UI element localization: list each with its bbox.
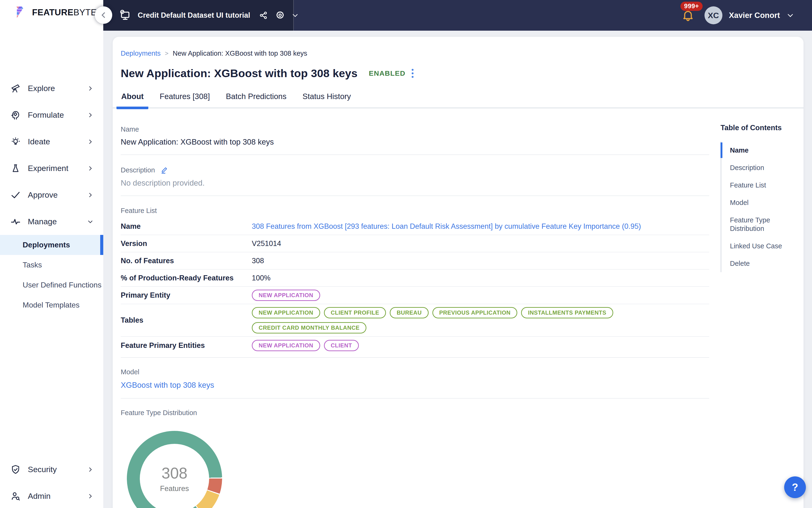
sidebar-item-manage[interactable]: Manage	[0, 208, 103, 235]
description-section: Description No description provided.	[121, 166, 709, 196]
sidebar-item-ideate[interactable]: Ideate	[0, 128, 103, 155]
project-selector[interactable]: Credit Default Dataset UI tutorial	[103, 0, 294, 31]
model-section-label: Model	[121, 368, 709, 376]
tab-status-history[interactable]: Status History	[298, 92, 356, 109]
table-row: Primary Entity NEW APPLICATION	[121, 287, 709, 304]
topbar-right: 999+ XC Xavier Conort	[681, 0, 794, 31]
telescope-icon	[9, 83, 22, 94]
sub-item-label: Tasks	[22, 261, 42, 269]
kebab-menu-icon[interactable]	[412, 69, 413, 78]
row-label: % of Production-Ready Features	[121, 274, 252, 282]
sidebar-collapse-button[interactable]	[95, 6, 112, 24]
chevron-right-icon	[87, 192, 93, 198]
sidebar-item-security[interactable]: Security	[0, 456, 103, 483]
featurebyte-logo-text: FEATUREBYTE	[32, 7, 97, 17]
table-pill[interactable]: BUREAU	[390, 307, 428, 319]
feature-type-chart: 308 Features FLOAT 263	[121, 431, 709, 508]
chevron-down-icon[interactable]	[291, 12, 299, 19]
row-label: No. of Features	[121, 257, 252, 265]
tab-features[interactable]: Features [308]	[155, 92, 215, 109]
table-pill[interactable]: NEW APPLICATION	[252, 307, 320, 319]
sidebar-item-admin[interactable]: Admin	[0, 483, 103, 508]
head-gear-icon	[9, 110, 22, 121]
chevron-down-icon[interactable]	[786, 11, 794, 19]
sidebar-item-approve[interactable]: Approve	[0, 182, 103, 208]
table-row: Version V251014	[121, 235, 709, 252]
entity-pill[interactable]: CLIENT	[324, 340, 359, 351]
featurebyte-logo: FEATUREBYTE	[14, 5, 97, 20]
shield-check-icon	[9, 464, 22, 475]
share-icon[interactable]	[259, 10, 269, 20]
breadcrumb: Deployments > New Application: XGBoost w…	[121, 49, 804, 57]
name-section: Name New Application: XGBoost with top 3…	[121, 125, 709, 155]
status-badge: ENABLED	[369, 69, 406, 77]
sub-item-label: Deployments	[22, 241, 70, 249]
sidebar: FEATUREBYTE Explore Formulate	[0, 0, 103, 508]
chevron-right-icon	[87, 139, 93, 145]
notifications-bell[interactable]: 999+	[681, 9, 694, 22]
sidebar-item-label: Admin	[28, 492, 87, 501]
sidebar-item-formulate[interactable]: Formulate	[0, 102, 103, 128]
sidebar-item-experiment[interactable]: Experiment	[0, 155, 103, 182]
page-background: Deployments > New Application: XGBoost w…	[103, 31, 812, 508]
notification-badge: 999+	[680, 2, 703, 11]
toc-item-feature-list[interactable]: Feature List	[721, 176, 785, 194]
check-icon	[9, 189, 22, 201]
toc-item-name[interactable]: Name	[721, 141, 785, 159]
main-content: Name New Application: XGBoost with top 3…	[121, 109, 709, 508]
toc-item-delete[interactable]: Delete	[721, 255, 785, 272]
help-button[interactable]: ?	[784, 476, 806, 498]
toc-item-feature-type-distribution[interactable]: Feature Type Distribution	[721, 211, 785, 237]
row-value: V251014	[252, 239, 281, 248]
donut-center-label: Features	[160, 484, 189, 493]
table-pill[interactable]: PREVIOUS APPLICATION	[433, 307, 517, 319]
feature-list-name-link[interactable]: 308 Features from XGBoost [293 features:…	[252, 222, 641, 231]
tab-about[interactable]: About	[117, 92, 148, 109]
feature-list-section-label: Feature List	[121, 207, 709, 215]
entity-pill[interactable]: NEW APPLICATION	[252, 290, 320, 301]
entity-pill[interactable]: NEW APPLICATION	[252, 340, 320, 351]
avatar[interactable]: XC	[705, 6, 722, 24]
table-pill[interactable]: CLIENT PROFILE	[324, 307, 386, 319]
row-label: Feature Primary Entities	[121, 341, 252, 350]
sidebar-item-deployments[interactable]: Deployments	[0, 235, 103, 255]
donut-center-value: 308	[162, 464, 187, 482]
sidebar-item-label: Explore	[28, 84, 87, 93]
sidebar-item-user-defined-functions[interactable]: User Defined Functions	[0, 275, 103, 295]
sidebar-item-explore[interactable]: Explore	[0, 75, 103, 102]
edit-description-icon[interactable]	[160, 166, 169, 174]
sidebar-item-tasks[interactable]: Tasks	[0, 255, 103, 275]
sidebar-item-label: Formulate	[28, 111, 87, 120]
sidebar-item-model-templates[interactable]: Model Templates	[0, 295, 103, 315]
featurebyte-logo-icon	[14, 5, 28, 20]
feature-type-donut: 308 Features	[127, 431, 222, 508]
project-name: Credit Default Dataset UI tutorial	[138, 11, 250, 19]
sidebar-item-label: Security	[28, 465, 87, 474]
user-name[interactable]: Xavier Conort	[729, 11, 780, 20]
row-label: Primary Entity	[121, 291, 252, 299]
breadcrumb-current: New Application: XGBoost with top 308 ke…	[173, 49, 307, 57]
toc-item-linked-use-case[interactable]: Linked Use Case	[721, 237, 785, 255]
model-link[interactable]: XGBoost with top 308 keys	[121, 381, 709, 390]
sidebar-item-label: Ideate	[28, 137, 87, 146]
table-row: % of Production-Ready Features 100%	[121, 269, 709, 287]
breadcrumb-separator: >	[165, 50, 168, 57]
description-section-value: No description provided.	[121, 178, 709, 187]
table-pill[interactable]: INSTALLMENTS PAYMENTS	[521, 307, 613, 319]
tab-batch-predictions[interactable]: Batch Predictions	[221, 92, 291, 109]
toc-item-description[interactable]: Description	[721, 159, 785, 176]
title-row: New Application: XGBoost with top 308 ke…	[121, 67, 804, 80]
page-title: New Application: XGBoost with top 308 ke…	[121, 67, 357, 80]
chevron-right-icon	[87, 85, 93, 91]
flask-icon	[9, 163, 22, 174]
table-pill[interactable]: CREDIT CARD MONTHLY BALANCE	[252, 322, 366, 334]
toc-item-model[interactable]: Model	[721, 194, 785, 211]
donut-center: 308 Features	[140, 444, 209, 508]
chevron-right-icon	[87, 493, 93, 499]
table-of-contents: Table of Contents Name Description Featu…	[709, 109, 804, 508]
gear-icon[interactable]	[275, 10, 285, 21]
breadcrumb-deployments-link[interactable]: Deployments	[121, 49, 161, 57]
sidebar-item-label: Approve	[28, 190, 87, 200]
content-card: Deployments > New Application: XGBoost w…	[113, 37, 804, 508]
monitor-check-icon	[119, 9, 132, 22]
